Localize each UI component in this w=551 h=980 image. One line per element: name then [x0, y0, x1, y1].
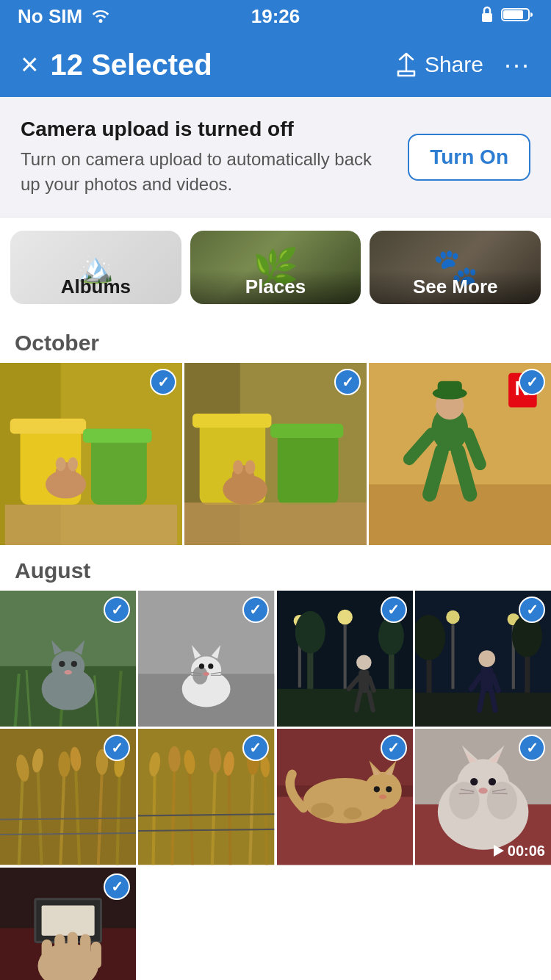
turn-on-button[interactable]: Turn On: [408, 134, 530, 181]
svg-line-98: [491, 691, 495, 710]
header-right: Share ···: [395, 49, 530, 80]
svg-point-122: [209, 748, 221, 774]
svg-point-144: [343, 807, 361, 819]
svg-line-123: [229, 770, 231, 865]
svg-rect-20: [184, 502, 367, 545]
selected-count-title: 12 Selected: [51, 48, 212, 82]
tabs-row: 🏔️ Albums 🌿 Places 🐾 See More: [0, 217, 551, 317]
svg-point-48: [59, 661, 65, 667]
svg-point-50: [64, 670, 71, 674]
tab-seemore-label: See More: [370, 270, 541, 304]
svg-point-60: [204, 672, 209, 676]
section-august-title: August: [0, 545, 551, 591]
select-check: ✓: [381, 597, 407, 623]
svg-point-68: [337, 610, 353, 625]
svg-point-140: [373, 787, 379, 793]
svg-rect-171: [80, 934, 90, 968]
svg-point-141: [386, 787, 392, 793]
october-photo-grid: ✓ ✓: [0, 363, 551, 545]
photo-item[interactable]: ✓: [0, 868, 136, 980]
section-august: August: [0, 545, 551, 980]
section-october: October: [0, 317, 551, 545]
tab-albums[interactable]: 🏔️ Albums: [10, 231, 181, 304]
photo-item[interactable]: ✓: [138, 591, 274, 727]
svg-point-58: [199, 664, 204, 669]
svg-point-118: [168, 746, 180, 772]
svg-rect-7: [91, 434, 147, 505]
photo-item[interactable]: ✓: [0, 729, 136, 865]
photo-item[interactable]: ✓: [184, 363, 367, 545]
svg-rect-166: [42, 905, 95, 935]
svg-point-13: [68, 457, 78, 471]
svg-point-80: [295, 611, 325, 654]
svg-point-59: [208, 664, 213, 669]
select-check: ✓: [519, 369, 545, 395]
svg-point-155: [470, 778, 478, 785]
august-photo-grid: ✓: [0, 591, 551, 980]
select-check: ✓: [519, 597, 545, 623]
photo-item[interactable]: ✓: [138, 729, 274, 865]
photo-item[interactable]: N ✓: [369, 363, 551, 545]
photo-item[interactable]: ✓: [0, 363, 182, 545]
svg-rect-26: [369, 485, 551, 546]
select-check: ✓: [242, 597, 269, 623]
svg-rect-2: [503, 10, 523, 19]
select-check: ✓: [381, 735, 407, 761]
svg-rect-85: [451, 624, 454, 689]
tab-places[interactable]: 🌿 Places: [190, 231, 361, 304]
status-left: No SIM: [18, 5, 112, 28]
svg-rect-168: [42, 939, 52, 969]
svg-point-149: [449, 782, 479, 819]
svg-rect-172: [91, 942, 101, 969]
upload-description: Turn on camera upload to automatically b…: [21, 147, 390, 196]
svg-line-159: [458, 793, 474, 794]
app-header: × 12 Selected Share ···: [0, 32, 551, 97]
svg-rect-69: [343, 625, 346, 689]
svg-rect-17: [192, 414, 271, 428]
wifi-icon: [90, 5, 112, 28]
tab-seemore[interactable]: 🐾 See More: [370, 231, 541, 304]
tab-albums-label: Albums: [10, 270, 181, 304]
photo-item[interactable]: ✓: [415, 591, 551, 727]
svg-point-12: [56, 457, 66, 471]
share-button[interactable]: Share: [395, 52, 483, 77]
header-left: × 12 Selected: [21, 48, 212, 82]
select-check: ✓: [150, 369, 176, 395]
more-button[interactable]: ···: [504, 49, 530, 80]
svg-point-73: [356, 655, 372, 671]
svg-rect-0: [482, 13, 492, 22]
svg-point-142: [378, 795, 386, 799]
svg-rect-74: [359, 670, 369, 693]
camera-upload-banner: Camera upload is turned off Turn on came…: [0, 97, 551, 217]
svg-point-82: [378, 617, 403, 655]
carrier-label: No SIM: [18, 5, 82, 28]
svg-line-115: [154, 771, 155, 865]
status-bar: No SIM 19:26: [0, 0, 551, 32]
photo-item[interactable]: ✓: [277, 591, 413, 727]
svg-rect-9: [5, 505, 177, 545]
close-button[interactable]: ×: [21, 49, 39, 80]
svg-point-93: [478, 650, 495, 667]
svg-rect-72: [277, 689, 413, 727]
upload-banner-text: Camera upload is turned off Turn on came…: [21, 118, 390, 196]
svg-point-23: [233, 460, 243, 474]
photo-item[interactable]: ✓: [0, 591, 136, 727]
svg-rect-8: [83, 429, 152, 443]
select-check: ✓: [334, 369, 361, 395]
battery-icon: [501, 5, 533, 28]
svg-line-127: [265, 773, 267, 865]
svg-rect-19: [270, 424, 343, 438]
svg-line-97: [479, 691, 483, 710]
svg-point-24: [245, 460, 256, 474]
svg-line-161: [492, 793, 508, 794]
svg-point-143: [311, 803, 334, 818]
video-duration-badge: 00:06: [494, 843, 545, 860]
svg-point-105: [58, 752, 70, 777]
status-time: 19:26: [251, 5, 300, 28]
svg-rect-34: [438, 381, 462, 395]
svg-rect-6: [10, 419, 86, 434]
photo-item[interactable]: ✓: [277, 729, 413, 865]
status-right: [479, 5, 533, 28]
photo-item[interactable]: ✓ 00:06: [415, 729, 551, 865]
svg-point-45: [51, 652, 84, 682]
